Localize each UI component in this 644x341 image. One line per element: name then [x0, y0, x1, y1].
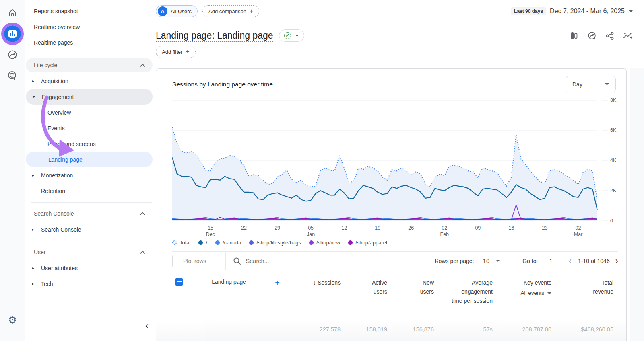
total-sessions: 227,578	[288, 326, 341, 341]
sidebar-item-monetization[interactable]: ▸Monetization	[25, 167, 156, 183]
table-search-input[interactable]	[246, 258, 326, 264]
previous-page-icon[interactable]: ‹	[569, 256, 572, 266]
section-search-console[interactable]: Search Console	[26, 206, 153, 221]
annotation-circle	[1, 23, 24, 45]
legend-item[interactable]: Total	[172, 240, 190, 246]
header-total-revenue[interactable]: Total revenue	[551, 278, 613, 320]
legend-swatch	[198, 240, 203, 245]
date-range-text: Dec 7, 2024 - Mar 6, 2025	[550, 8, 625, 15]
caret-down-icon	[295, 35, 299, 37]
select-all-checkbox[interactable]	[175, 278, 183, 286]
goto-label: Go to:	[522, 258, 538, 264]
sidebar-item-events[interactable]: Events	[25, 120, 156, 136]
caret-down-icon	[547, 292, 551, 294]
total-new-users: 156,876	[387, 326, 434, 341]
sidebar-item-acquisition[interactable]: ▸Acquisition	[25, 73, 156, 89]
svg-text:02: 02	[576, 225, 581, 231]
sidebar-item-realtime-pages[interactable]: Realtime pages	[25, 35, 156, 50]
report-card: Sessions by Landing page over time Day 0…	[156, 68, 627, 341]
insights-icon[interactable]	[587, 31, 597, 40]
collapse-sidebar-button[interactable]: ‹	[145, 322, 149, 330]
caret-down-icon[interactable]	[496, 260, 500, 262]
legend-swatch	[215, 240, 220, 245]
sidebar-item-tech[interactable]: ▸Tech	[25, 276, 156, 292]
legend-item[interactable]: /	[198, 240, 207, 246]
legend-label: /canada	[223, 240, 241, 246]
svg-text:23: 23	[542, 225, 548, 231]
check-circle-icon: ✓	[284, 32, 291, 39]
header-key-events[interactable]: Key events All events	[493, 278, 551, 320]
chevron-right-icon: ▸	[31, 281, 35, 286]
svg-text:16: 16	[508, 225, 514, 231]
legend-label: /shop/lifestyle/bags	[256, 240, 301, 246]
rows-per-page-label: Rows per page:	[434, 258, 474, 264]
svg-text:6K: 6K	[610, 127, 617, 133]
table-header-row: Landing page + ↓Sessions Active users Ne…	[156, 273, 626, 320]
legend-item[interactable]: /shop/new	[309, 240, 340, 246]
main-content: A All Users Add comparison+ Last 90 days…	[156, 0, 644, 341]
header-sessions[interactable]: ↓Sessions	[288, 278, 341, 320]
advertising-icon[interactable]	[0, 44, 25, 65]
legend-swatch	[249, 240, 254, 245]
legend-item[interactable]: /shop/lifestyle/bags	[249, 240, 301, 246]
header-new-users[interactable]: New users	[387, 278, 434, 320]
plot-rows-button[interactable]: Plot rows	[172, 255, 217, 267]
sidebar-item-realtime-overview[interactable]: Realtime overview	[25, 19, 156, 35]
granularity-select[interactable]: Day	[566, 76, 616, 92]
sparkline-insights-icon[interactable]	[623, 31, 633, 40]
segments-bar: A All Users Add comparison+ Last 90 days…	[156, 0, 644, 23]
share-icon[interactable]	[605, 31, 614, 40]
key-events-filter[interactable]: All events	[493, 289, 551, 298]
admin-gear-icon[interactable]: ⚙	[0, 314, 25, 326]
pagination-info: 1-10 of 1046	[578, 258, 610, 264]
left-icon-rail: ⚙	[0, 0, 25, 341]
sidebar-item-pages-and-screens[interactable]: Pages and screens	[25, 136, 156, 152]
section-life-cycle[interactable]: Life cycle	[26, 58, 153, 72]
edit-comparisons-icon[interactable]	[570, 31, 578, 40]
rows-per-page-value[interactable]: 10	[483, 257, 490, 264]
explore-icon[interactable]	[0, 65, 25, 86]
svg-text:12: 12	[341, 225, 347, 231]
sidebar-item-overview[interactable]: Overview	[25, 105, 156, 120]
add-comparison-button[interactable]: Add comparison+	[202, 5, 259, 17]
reports-icon[interactable]	[0, 23, 25, 44]
svg-text:26: 26	[408, 225, 414, 231]
total-avg-engagement: 57s	[434, 326, 493, 341]
chevron-right-icon: ▸	[31, 173, 35, 177]
report-status-menu[interactable]: ✓	[279, 29, 304, 42]
goto-page-value[interactable]: 1	[549, 257, 552, 264]
sidebar-item-engagement[interactable]: ▾Engagement	[26, 89, 153, 105]
svg-text:15: 15	[208, 225, 213, 231]
sessions-chart[interactable]: 02K4K6K8K15Dec222905Jan12192602Feb091623…	[156, 98, 626, 238]
filter-row: Add filter+	[156, 46, 644, 58]
add-dimension-icon[interactable]: +	[275, 278, 280, 320]
add-filter-button[interactable]: Add filter+	[156, 46, 196, 58]
sidebar-item-search-console[interactable]: ▸Search Console	[25, 222, 156, 237]
sidebar-item-user-attributes[interactable]: ▸User attributes	[25, 260, 156, 276]
legend-swatch	[309, 240, 314, 245]
legend-item[interactable]: /shop/apparel	[348, 240, 387, 246]
svg-text:4K: 4K	[610, 158, 617, 163]
all-users-segment[interactable]: A All Users	[156, 5, 198, 17]
date-range-picker[interactable]: Last 90 days Dec 7, 2024 - Mar 6, 2025	[511, 7, 633, 15]
next-page-icon[interactable]: ›	[615, 256, 618, 266]
sidebar-item-landing-page[interactable]: Landing page	[26, 152, 153, 167]
search-icon	[233, 257, 241, 265]
reports-sidebar: Reports snapshot Realtime overview Realt…	[25, 0, 156, 341]
legend-swatch	[348, 240, 353, 245]
page-title[interactable]: Landing page: Landing page	[156, 30, 273, 41]
legend-label: Total	[180, 240, 190, 246]
dimension-header[interactable]: Landing page	[212, 278, 246, 320]
legend-item[interactable]: /canada	[215, 240, 241, 246]
header-avg-engagement[interactable]: Average engagement time per session	[434, 278, 493, 320]
sidebar-item-retention[interactable]: Retention	[25, 183, 156, 199]
scrollbar-gutter[interactable]	[630, 68, 644, 341]
table-controls: Plot rows Rows per page: 10 Go to: 1 ‹ 1…	[172, 251, 618, 270]
sidebar-item-reports-snapshot[interactable]: Reports snapshot	[25, 3, 156, 19]
divider	[31, 202, 152, 203]
home-icon[interactable]	[0, 2, 25, 23]
header-active-users[interactable]: Active users	[341, 278, 387, 320]
section-user[interactable]: User	[26, 245, 153, 259]
svg-text:02: 02	[442, 225, 447, 231]
chevron-up-icon	[140, 212, 145, 217]
